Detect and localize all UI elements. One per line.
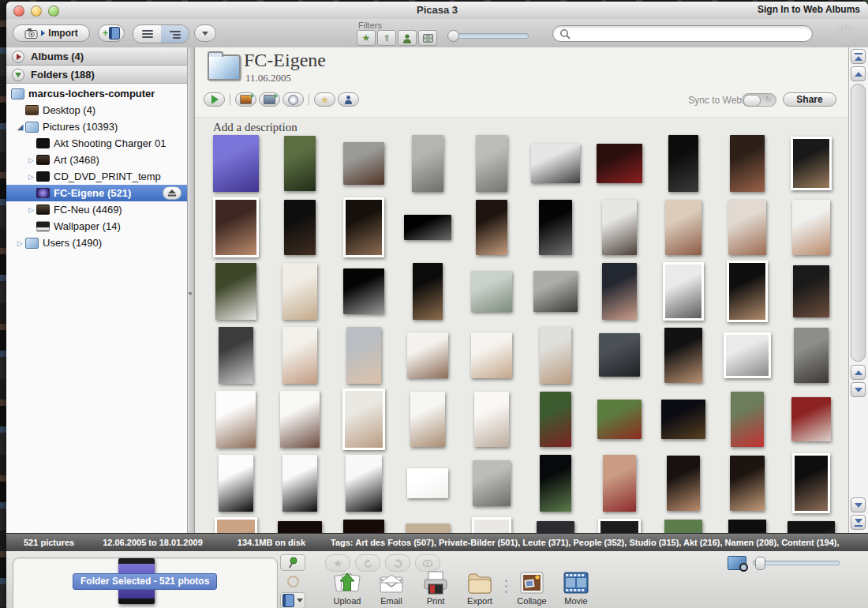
- people-button[interactable]: [338, 92, 359, 107]
- collage-button[interactable]: Collage: [510, 570, 554, 606]
- photo-thumbnail[interactable]: [794, 328, 829, 383]
- movie-button[interactable]: Movie: [554, 570, 598, 606]
- photo-thumbnail[interactable]: [278, 521, 322, 535]
- new-album-button[interactable]: +: [98, 24, 125, 42]
- email-button[interactable]: Email: [369, 572, 413, 606]
- photo-thumbnail[interactable]: [793, 265, 829, 317]
- export-button[interactable]: Export: [458, 570, 502, 606]
- photo-thumbnail[interactable]: [533, 271, 578, 312]
- photo-thumbnail[interactable]: [603, 455, 636, 512]
- zoom-slider-knob[interactable]: [755, 557, 765, 570]
- photo-thumbnail[interactable]: [413, 263, 443, 320]
- photo-thumbnail[interactable]: [471, 332, 512, 378]
- photo-thumbnail[interactable]: [476, 200, 507, 255]
- photo-thumbnail[interactable]: [471, 271, 512, 312]
- photo-thumbnail[interactable]: [219, 327, 253, 384]
- photo-thumbnail[interactable]: [668, 135, 698, 192]
- sidebar-splitter[interactable]: [187, 47, 195, 534]
- photo-thumbnail[interactable]: [213, 135, 259, 192]
- photo-thumbnail[interactable]: [728, 520, 766, 535]
- photo-thumbnail[interactable]: [215, 517, 257, 535]
- scroll-step-up-button[interactable]: [851, 365, 866, 380]
- clear-tray-button[interactable]: [280, 573, 305, 590]
- search-field[interactable]: [552, 25, 813, 42]
- expand-icon[interactable]: ▷: [15, 239, 25, 247]
- sync-to-web-toggle[interactable]: ↻: [742, 93, 776, 107]
- photo-thumbnail[interactable]: [540, 392, 571, 447]
- photo-thumbnail[interactable]: [342, 388, 385, 450]
- photo-thumbnail[interactable]: [346, 455, 382, 512]
- photo-thumbnail[interactable]: [788, 521, 835, 535]
- photo-thumbnail[interactable]: [406, 524, 450, 535]
- sidebar-item-cd-dvd-print-temp[interactable]: ▷CD_DVD_PRINT_temp: [6, 168, 187, 185]
- scroll-down-button[interactable]: [851, 497, 866, 512]
- photo-thumbnail[interactable]: [597, 144, 642, 183]
- slider-knob[interactable]: [447, 30, 459, 42]
- tag-button[interactable]: [415, 554, 440, 572]
- zoom-slider[interactable]: [753, 561, 840, 565]
- view-options-dropdown[interactable]: [194, 24, 216, 42]
- photo-thumbnail[interactable]: [539, 200, 572, 255]
- sidebar-item-art-3468-[interactable]: ▷Art (3468): [6, 152, 187, 168]
- create-movie-button[interactable]: +: [259, 92, 280, 107]
- flat-view-button[interactable]: [133, 25, 161, 43]
- date-filter-slider[interactable]: [448, 33, 529, 39]
- photo-thumbnail[interactable]: [346, 327, 381, 384]
- add-to-album-button[interactable]: [280, 592, 305, 608]
- expand-icon[interactable]: ▷: [26, 206, 36, 214]
- photo-thumbnail[interactable]: [665, 200, 702, 255]
- eject-button[interactable]: [163, 186, 181, 200]
- photo-thumbnail[interactable]: [540, 327, 571, 384]
- folders-expanded-icon[interactable]: [12, 69, 24, 81]
- close-window-button[interactable]: [13, 6, 24, 17]
- photo-thumbnail[interactable]: [537, 521, 574, 535]
- tree-view-button[interactable]: [161, 25, 189, 43]
- photo-thumbnail[interactable]: [473, 460, 511, 506]
- expand-icon[interactable]: ▷: [26, 156, 36, 164]
- photo-thumbnail[interactable]: [730, 135, 765, 192]
- scrollbar-thumb[interactable]: [851, 84, 866, 362]
- photo-thumbnail[interactable]: [791, 137, 832, 190]
- photo-thumbnail[interactable]: [663, 262, 704, 321]
- photo-thumbnail[interactable]: [602, 200, 637, 255]
- hold-pin-button[interactable]: [280, 554, 305, 571]
- rotate-right-button[interactable]: [385, 554, 410, 572]
- sidebar-item-fc-eigene-521-[interactable]: FC-Eigene (521): [6, 185, 187, 201]
- sidebar-item-akt-shooting-charger-01[interactable]: Akt Shooting Charger 01: [6, 135, 187, 152]
- star-photo-button[interactable]: ★: [325, 554, 350, 572]
- photo-thumbnail[interactable]: [792, 200, 830, 255]
- scroll-up-button[interactable]: [851, 66, 866, 81]
- star-album-button[interactable]: ★: [314, 92, 335, 107]
- scroll-to-top-button[interactable]: [851, 49, 866, 64]
- sign-in-link[interactable]: Sign In to Web Albums: [758, 2, 860, 18]
- photo-thumbnail[interactable]: [282, 327, 317, 384]
- photo-thumbnail[interactable]: [282, 455, 317, 512]
- faces-filter-button[interactable]: [398, 30, 417, 46]
- minimize-window-button[interactable]: [31, 6, 42, 17]
- photo-thumbnail[interactable]: [728, 200, 766, 255]
- collapse-icon[interactable]: ◢: [15, 122, 25, 131]
- photo-thumbnail[interactable]: [219, 455, 253, 512]
- expand-icon[interactable]: ▷: [26, 173, 36, 181]
- photo-thumbnail[interactable]: [280, 391, 320, 448]
- photo-thumbnail[interactable]: [664, 520, 702, 535]
- starred-filter-button[interactable]: ★: [357, 30, 376, 46]
- photo-thumbnail[interactable]: [792, 453, 830, 513]
- import-button[interactable]: Import: [13, 24, 90, 42]
- sidebar-item-desktop-4-[interactable]: Desktop (4): [6, 102, 187, 118]
- sidebar-item-pictures-10393-[interactable]: ◢Pictures (10393): [6, 118, 187, 135]
- photo-thumbnail[interactable]: [215, 263, 256, 320]
- sidebar-item-marcus-lochers-computer[interactable]: marcus-lochers-computer: [6, 85, 187, 102]
- vertical-scrollbar[interactable]: [848, 47, 868, 534]
- photo-thumbnail[interactable]: [476, 135, 507, 192]
- scroll-step-down-button[interactable]: [851, 382, 866, 397]
- photo-thumbnail[interactable]: [661, 400, 705, 439]
- photo-thumbnail[interactable]: [598, 519, 641, 535]
- photo-thumbnail[interactable]: [213, 197, 259, 257]
- photo-thumbnail[interactable]: [343, 197, 384, 257]
- print-button[interactable]: Print: [413, 570, 458, 606]
- photo-thumbnail[interactable]: [412, 135, 443, 192]
- photo-thumbnail[interactable]: [343, 520, 384, 535]
- splitter-handle[interactable]: [189, 292, 192, 295]
- photo-thumbnail[interactable]: [474, 392, 509, 447]
